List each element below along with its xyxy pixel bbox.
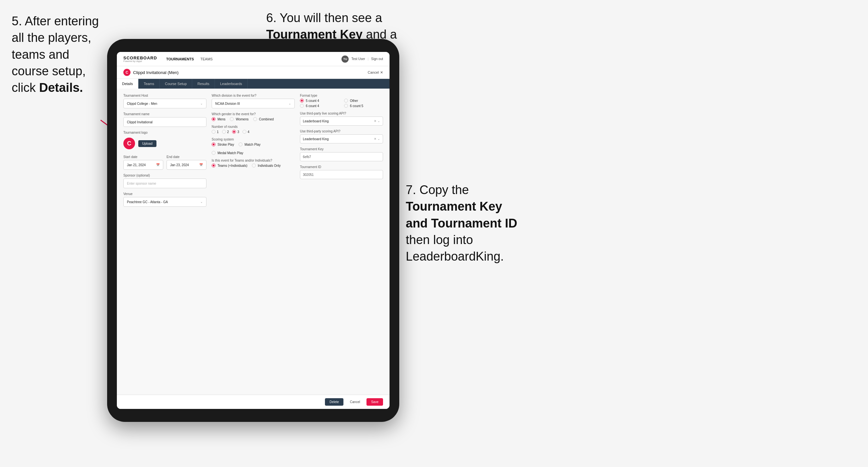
tab-bar: Details Teams Course Setup Results Leade… bbox=[117, 79, 390, 89]
division-input[interactable]: NCAA Division III ⌄ bbox=[212, 99, 295, 108]
tournament-key-value: 6efb7 bbox=[300, 152, 383, 161]
division-group: Which division is the event for? NCAA Di… bbox=[212, 94, 295, 108]
tournament-host-input[interactable]: Clippd College - Men ⌄ bbox=[123, 99, 207, 108]
format-6count4-radio[interactable] bbox=[300, 104, 304, 108]
tab-teams[interactable]: Teams bbox=[138, 79, 160, 89]
sponsor-label: Sponsor (optional) bbox=[123, 174, 207, 177]
venue-input[interactable]: Peachtree GC - Atlanta - GA ⌄ bbox=[123, 197, 207, 207]
main-content: Tournament Host Clippd College - Men ⌄ T… bbox=[117, 89, 390, 395]
scoring-label: Scoring system bbox=[212, 137, 295, 141]
rounds-label: Number of rounds bbox=[212, 125, 295, 128]
nav-teams[interactable]: TEAMS bbox=[200, 57, 213, 62]
gender-combined-option[interactable]: Combined bbox=[253, 117, 274, 121]
teams-plus-option[interactable]: Teams (+Individuals) bbox=[212, 163, 247, 167]
annotation-bottom-right-bold2: and Tournament ID bbox=[406, 216, 517, 230]
teams-group: Is this event for Teams and/or Individua… bbox=[212, 159, 295, 167]
round-2-option[interactable]: 2 bbox=[222, 130, 229, 134]
gender-womens-option[interactable]: Womens bbox=[230, 117, 248, 121]
scoring-stroke-option[interactable]: Stroke Play bbox=[212, 143, 234, 146]
gender-mens-radio[interactable] bbox=[212, 117, 216, 121]
format-other-option[interactable]: Other bbox=[344, 99, 383, 102]
nav-user: Test User bbox=[351, 57, 365, 61]
scoring-medal-radio[interactable] bbox=[212, 151, 216, 155]
annotation-left-line1: 5. After entering bbox=[12, 14, 99, 28]
tab-course-setup[interactable]: Course Setup bbox=[160, 79, 192, 89]
nav-right: TU Test User | Sign out bbox=[341, 56, 383, 63]
format-6count5-radio[interactable] bbox=[344, 104, 348, 108]
teams-label: Is this event for Teams and/or Individua… bbox=[212, 159, 295, 162]
format-radio-group: 5 count 4 Other 6 count 4 bbox=[300, 99, 383, 108]
rounds-group: Number of rounds 1 2 bbox=[212, 125, 295, 134]
round-2-radio[interactable] bbox=[222, 130, 226, 134]
delete-button[interactable]: Delete bbox=[325, 398, 343, 406]
annotation-left-line3: teams and bbox=[12, 48, 69, 61]
annotation-bottom-right: 7. Copy the Tournament Key and Tournamen… bbox=[406, 182, 549, 265]
sponsor-input[interactable]: Enter sponsor name bbox=[123, 179, 207, 188]
brand: SCOREBOARD Powered by clippd bbox=[123, 56, 157, 62]
api2-input[interactable]: Leaderboard King ✕ ⌄ bbox=[300, 134, 383, 144]
tab-results[interactable]: Results bbox=[192, 79, 215, 89]
save-button[interactable]: Save bbox=[367, 398, 383, 406]
venue-group: Venue Peachtree GC - Atlanta - GA ⌄ bbox=[123, 192, 207, 207]
round-4-option[interactable]: 4 bbox=[243, 130, 250, 134]
round-3-option[interactable]: 3 bbox=[232, 130, 239, 134]
footer-cancel-button[interactable]: Cancel bbox=[347, 398, 363, 406]
annotation-top-right-line1: 6. You will then see a bbox=[266, 11, 382, 25]
scoring-medal-option[interactable]: Medal Match Play bbox=[212, 151, 243, 155]
page-header-left: C Clippd Invitational (Men) bbox=[123, 69, 179, 76]
nav-links: TOURNAMENTS TEAMS bbox=[166, 57, 333, 62]
gender-combined-radio[interactable] bbox=[253, 117, 257, 121]
scoring-stroke-radio[interactable] bbox=[212, 143, 216, 146]
user-avatar: TU bbox=[341, 56, 349, 63]
format-5count4-option[interactable]: 5 count 4 bbox=[300, 99, 339, 102]
format-other-radio[interactable] bbox=[344, 99, 348, 102]
clippd-logo: C bbox=[123, 69, 130, 76]
tournament-logo-group: Tournament logo C Upload bbox=[123, 131, 207, 151]
round-4-radio[interactable] bbox=[243, 130, 246, 134]
round-1-radio[interactable] bbox=[212, 130, 216, 134]
api1-input[interactable]: Leaderboard King ✕ ⌄ bbox=[300, 117, 383, 126]
round-3-radio[interactable] bbox=[232, 130, 236, 134]
chevron-icon: ⌄ bbox=[288, 102, 291, 105]
calendar-icon: 📅 bbox=[199, 163, 203, 166]
api2-label: Use third-party scoring API? bbox=[300, 129, 383, 133]
annotation-left: 5. After entering all the players, teams… bbox=[12, 13, 102, 96]
upload-button[interactable]: Upload bbox=[138, 140, 156, 147]
format-6count5-option[interactable]: 6 count 5 bbox=[344, 104, 383, 108]
end-date-input[interactable]: Jan 23, 2024 📅 bbox=[166, 160, 207, 170]
scoring-match-radio[interactable] bbox=[239, 143, 243, 146]
round-1-option[interactable]: 1 bbox=[212, 130, 219, 134]
api2-clear-btn[interactable]: ✕ ⌄ bbox=[374, 137, 380, 141]
venue-label: Venue bbox=[123, 192, 207, 196]
sign-out-link[interactable]: Sign out bbox=[371, 57, 383, 61]
tournament-id-label: Tournament ID bbox=[300, 165, 383, 169]
individuals-only-radio[interactable] bbox=[252, 163, 256, 167]
nav-tournaments[interactable]: TOURNAMENTS bbox=[166, 57, 194, 62]
tournament-name-input[interactable]: Clippd Invitational bbox=[123, 117, 207, 127]
tournament-id-group: Tournament ID 302051 bbox=[300, 165, 383, 179]
api1-clear-btn[interactable]: ✕ ⌄ bbox=[374, 119, 380, 123]
cancel-header-btn[interactable]: Cancel ✕ bbox=[368, 70, 383, 75]
gender-womens-radio[interactable] bbox=[230, 117, 234, 121]
annotation-left-line5: click bbox=[12, 81, 39, 94]
gender-mens-option[interactable]: Mens bbox=[212, 117, 225, 121]
scoring-match-option[interactable]: Match Play bbox=[239, 143, 260, 146]
api1-group: Use third-party live scoring API? Leader… bbox=[300, 112, 383, 126]
tab-details[interactable]: Details bbox=[117, 79, 138, 89]
tournament-logo-label: Tournament logo bbox=[123, 131, 207, 134]
rounds-radio-group: 1 2 3 4 bbox=[212, 130, 295, 134]
form-col2: Which division is the event for? NCAA Di… bbox=[212, 94, 295, 207]
tab-leaderboards[interactable]: Leaderboards bbox=[215, 79, 248, 89]
end-date-label: End date bbox=[166, 155, 207, 159]
format-5count4-radio[interactable] bbox=[300, 99, 304, 102]
individuals-only-option[interactable]: Individuals Only bbox=[252, 163, 281, 167]
teams-plus-radio[interactable] bbox=[212, 163, 216, 167]
format-6count4-option[interactable]: 6 count 4 bbox=[300, 104, 339, 108]
start-date-input[interactable]: Jan 21, 2024 📅 bbox=[123, 160, 163, 170]
logo-section: C Upload bbox=[123, 136, 207, 151]
tournament-host-group: Tournament Host Clippd College - Men ⌄ bbox=[123, 94, 207, 108]
format-type-group: Format type 5 count 4 Other bbox=[300, 94, 383, 108]
page-header: C Clippd Invitational (Men) Cancel ✕ bbox=[117, 66, 390, 79]
tournament-logo-display: C bbox=[123, 137, 135, 149]
annotation-bottom-right-line1: 7. Copy the bbox=[406, 183, 469, 197]
